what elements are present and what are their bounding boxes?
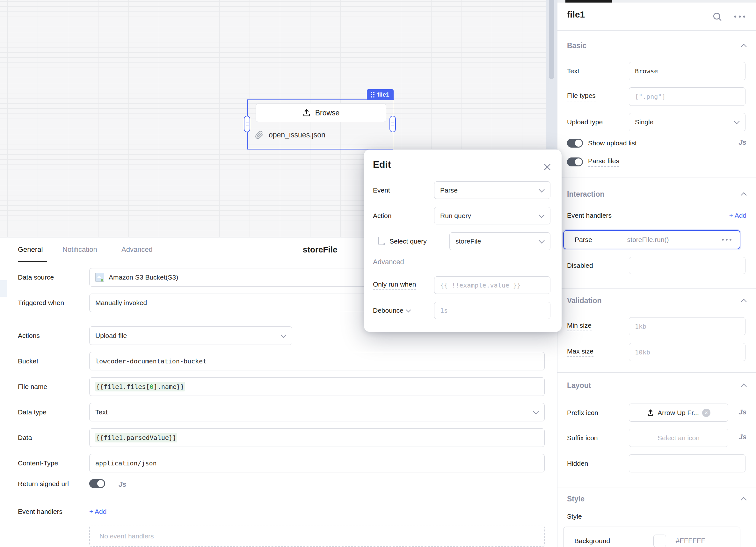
js-icon[interactable]: Js [119, 480, 126, 489]
chevron-up-icon[interactable] [741, 192, 746, 198]
file-name-expression: {{file1.files[0].name}} [95, 382, 185, 391]
browse-button-label: Browse [315, 109, 340, 117]
content-type-input[interactable]: application/json [89, 454, 545, 472]
max-size-placeholder: 10kb [635, 348, 650, 356]
bucket-input[interactable]: lowcoder-documentation-bucket [89, 352, 545, 370]
return-signed-url-toggle[interactable] [89, 479, 105, 488]
prefix-icon-label: Prefix icon [567, 404, 598, 422]
suffix-icon-button[interactable]: Select an icon [629, 429, 728, 447]
panel-tab-strip[interactable] [557, 0, 756, 3]
section-style-header[interactable]: Style [567, 495, 585, 503]
suffix-icon-label: Suffix icon [567, 429, 598, 447]
divider [557, 288, 756, 289]
debounce-label[interactable]: Debounce [373, 302, 410, 319]
ellipsis-icon[interactable] [721, 238, 732, 242]
query-name-title: storeFile [303, 244, 337, 255]
ellipsis-icon[interactable] [733, 14, 746, 19]
bucket-value: lowcoder-documentation-bucket [95, 357, 207, 365]
js-icon[interactable]: Js [739, 433, 746, 441]
tab-general[interactable]: General [18, 244, 43, 255]
parse-files-toggle[interactable] [567, 157, 583, 166]
chevron-down-icon [280, 332, 286, 338]
event-label: Event [373, 181, 390, 199]
app-builder: file1 Browse open_issues.json [0, 0, 756, 547]
prefix-icon-button[interactable]: Arrow Up Fr... ✕ [629, 404, 728, 422]
data-input[interactable]: {{file1.parsedValue}} [89, 428, 545, 447]
show-upload-list-toggle[interactable] [567, 139, 583, 148]
component-tag[interactable]: file1 [367, 89, 394, 100]
event-handlers-label: Event handlers [18, 505, 62, 518]
chevron-down-icon [539, 186, 544, 192]
event-handler-row[interactable]: Parse storeFile.run() [563, 230, 740, 249]
component-selection-outline[interactable]: Browse open_issues.json [247, 99, 393, 150]
action-select[interactable]: Run query [434, 207, 550, 224]
js-icon[interactable]: Js [739, 408, 746, 416]
background-hex-value[interactable]: #FFFFFF [676, 537, 705, 545]
prefix-icon-value: Arrow Up Fr... [658, 409, 699, 417]
actions-label: Actions [18, 326, 40, 345]
chevron-up-icon[interactable] [741, 299, 746, 304]
upload-icon [302, 109, 311, 117]
upload-type-select[interactable]: Single [629, 113, 745, 131]
disabled-input[interactable] [629, 257, 745, 274]
background-color-swatch[interactable] [653, 535, 666, 547]
text-value: Browse [635, 67, 658, 75]
close-icon[interactable] [542, 162, 552, 172]
remove-icon[interactable]: ✕ [702, 409, 710, 417]
data-type-select[interactable]: Text [89, 403, 545, 421]
resize-handle-left[interactable] [244, 116, 250, 132]
chevron-up-icon[interactable] [741, 497, 746, 503]
min-size-placeholder: 1kb [635, 323, 646, 330]
bucket-label: Bucket [18, 352, 38, 370]
data-type-label: Data type [18, 403, 47, 421]
only-run-when-placeholder: {{ !!example.value }} [440, 281, 521, 289]
text-label: Text [567, 62, 579, 80]
hidden-label: Hidden [567, 454, 588, 472]
debounce-input[interactable]: 1s [434, 302, 550, 319]
add-event-handler-button[interactable]: + Add [89, 505, 106, 518]
add-event-handler-button[interactable]: + Add [729, 209, 746, 222]
section-validation-header[interactable]: Validation [567, 296, 602, 305]
s3-datasource-icon: ☁ [95, 273, 104, 282]
chevron-up-icon[interactable] [741, 44, 746, 49]
drag-handle-icon[interactable] [371, 92, 374, 98]
component-name-title: file1 [567, 10, 585, 20]
section-layout-header[interactable]: Layout [567, 381, 591, 390]
chevron-down-icon [406, 307, 411, 312]
file-types-input[interactable]: [".png"] [629, 87, 745, 106]
style-background-row[interactable]: Background #FFFFFF [563, 527, 740, 547]
actions-select[interactable]: Upload file [89, 326, 292, 345]
search-icon[interactable] [712, 11, 722, 22]
section-interaction-header[interactable]: Interaction [567, 190, 605, 199]
uploaded-file-item[interactable]: open_issues.json [255, 131, 325, 139]
upload-type-label: Upload type [567, 113, 603, 131]
text-input[interactable]: Browse [629, 62, 745, 80]
advanced-section-label[interactable]: Advanced [373, 258, 404, 266]
only-run-when-input[interactable]: {{ !!example.value }} [434, 276, 550, 294]
min-size-label: Min size [567, 317, 592, 335]
browse-button[interactable]: Browse [256, 104, 386, 122]
select-query-select[interactable]: storeFile [449, 232, 550, 250]
resize-handle-right[interactable] [389, 116, 396, 132]
file-types-label: File types [567, 87, 596, 106]
canvas-scrollbar-thumb[interactable] [549, 0, 554, 79]
chevron-down-icon [734, 118, 739, 124]
file-types-placeholder: [".png"] [635, 93, 665, 100]
file-name-input[interactable]: {{file1.files[0].name}} [89, 377, 545, 396]
paperclip-icon [255, 131, 264, 139]
tab-advanced[interactable]: Advanced [121, 244, 153, 255]
js-icon[interactable]: Js [739, 138, 746, 147]
event-value: Parse [440, 186, 458, 194]
min-size-input[interactable]: 1kb [629, 317, 745, 335]
active-tab-indicator [18, 261, 47, 262]
event-select[interactable]: Parse [434, 181, 550, 199]
style-sub-label: Style [567, 511, 582, 521]
section-basic-header[interactable]: Basic [567, 41, 586, 50]
component-tag-label: file1 [377, 91, 389, 98]
chevron-up-icon[interactable] [741, 383, 746, 389]
max-size-input[interactable]: 10kb [629, 343, 745, 361]
hidden-input[interactable] [629, 454, 745, 472]
query-list-selected-row[interactable] [0, 280, 7, 297]
actions-value: Upload file [95, 332, 127, 339]
tab-notification[interactable]: Notification [62, 244, 97, 255]
